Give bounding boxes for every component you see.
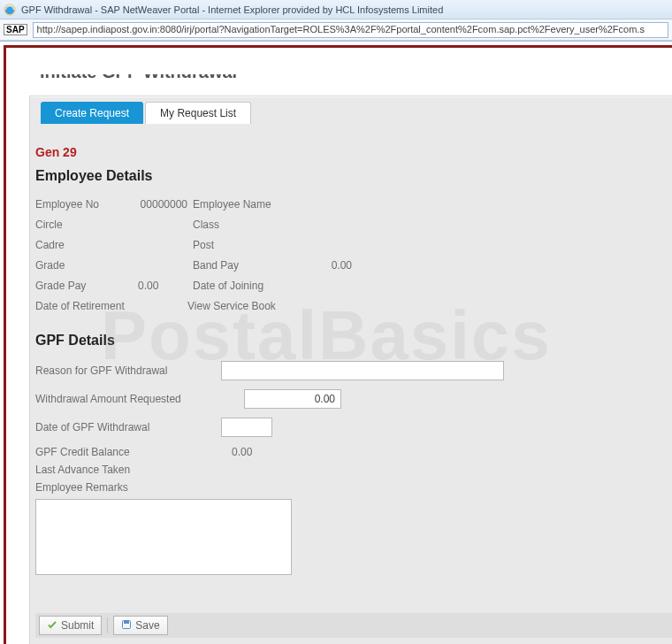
save-icon: [121, 619, 132, 632]
save-button[interactable]: Save: [113, 616, 167, 635]
gpf-reason-row: Reason for GPF Withdrawal: [35, 361, 672, 380]
class-label: Class: [193, 218, 299, 231]
emp-row-5: Grade Pay 0.00 Date of Joining: [35, 278, 672, 293]
gpf-date-label: Date of GPF Withdrawal: [35, 421, 221, 433]
submit-button[interactable]: Submit: [39, 616, 102, 635]
emp-row-1: Employee No 00000000 Employee Name: [35, 196, 672, 211]
emp-row-3: Cadre Post: [35, 237, 672, 252]
emp-no-value: 00000000: [138, 198, 187, 211]
gen-label: Gen 29: [35, 145, 672, 159]
grade-label: Grade: [35, 259, 138, 272]
circle-label: Circle: [35, 218, 138, 231]
tab-bar: Create Request My Request List: [41, 102, 672, 124]
gpf-date-row: Date of GPF Withdrawal: [35, 418, 672, 437]
svg-rect-3: [124, 621, 129, 624]
last-adv-label: Last Advance Taken: [35, 464, 212, 476]
remarks-label: Employee Remarks: [35, 481, 212, 494]
sap-favicon: SAP: [4, 24, 27, 35]
emp-row-6: Date of Retirement View Service Book: [35, 298, 672, 313]
check-icon: [47, 619, 57, 632]
save-label: Save: [135, 619, 159, 632]
grade-pay-label: Grade Pay: [35, 280, 138, 292]
portal-frame: Initiate GPF Withdrawal PostalBasics Cre…: [4, 45, 672, 644]
reason-input[interactable]: [221, 361, 504, 380]
doj-label: Date of Joining: [193, 280, 299, 292]
content-panel: PostalBasics Create Request My Request L…: [29, 96, 672, 644]
gpf-lastadv-row: Last Advance Taken: [35, 464, 672, 476]
employee-details-title: Employee Details: [35, 168, 672, 184]
band-pay-value: 0.00: [299, 259, 352, 272]
emp-row-4: Grade Band Pay 0.00: [35, 257, 672, 272]
gpf-details-title: GPF Details: [35, 333, 672, 349]
url-input[interactable]: http://sapep.indiapost.gov.in:8080/irj/p…: [33, 22, 668, 38]
remarks-input[interactable]: [35, 499, 292, 575]
credit-value: 0.00: [232, 446, 252, 458]
gpf-date-input[interactable]: [221, 418, 272, 437]
action-bar: Submit Save: [35, 613, 672, 638]
amount-input[interactable]: [244, 389, 341, 409]
tab-my-request-list[interactable]: My Request List: [145, 102, 251, 124]
browser-title: GPF Withdrawal - SAP NetWeaver Portal - …: [21, 4, 443, 15]
amount-label: Withdrawal Amount Requested: [35, 393, 244, 405]
address-bar: SAP http://sapep.indiapost.gov.in:8080/i…: [0, 19, 672, 41]
browser-chrome: GPF Withdrawal - SAP NetWeaver Portal - …: [0, 0, 672, 42]
gpf-remarks-row: Employee Remarks: [35, 481, 672, 494]
tab-create-request[interactable]: Create Request: [41, 102, 143, 124]
cadre-label: Cadre: [35, 239, 138, 251]
dor-label: Date of Retirement: [35, 300, 187, 312]
button-separator: [107, 617, 108, 633]
emp-name-label: Employee Name: [193, 198, 299, 211]
credit-label: GPF Credit Balance: [35, 446, 187, 458]
submit-label: Submit: [61, 619, 94, 632]
gpf-credit-row: GPF Credit Balance 0.00: [35, 446, 672, 458]
browser-title-bar: GPF Withdrawal - SAP NetWeaver Portal - …: [0, 0, 672, 19]
vsb-label[interactable]: View Service Book: [187, 300, 294, 312]
ie-icon: [4, 4, 16, 16]
band-pay-label: Band Pay: [193, 259, 299, 272]
grade-pay-value: 0.00: [138, 280, 187, 292]
post-label: Post: [193, 239, 299, 251]
reason-label: Reason for GPF Withdrawal: [35, 364, 221, 377]
svg-point-0: [5, 4, 15, 14]
page-title: Initiate GPF Withdrawal: [40, 74, 672, 90]
emp-row-2: Circle Class: [35, 217, 672, 232]
emp-no-label: Employee No: [35, 198, 138, 211]
gpf-amount-row: Withdrawal Amount Requested: [35, 389, 672, 409]
